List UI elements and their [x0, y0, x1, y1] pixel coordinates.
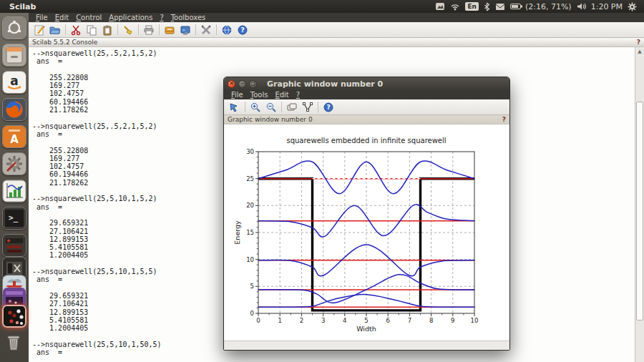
graphic-statusbar [224, 341, 509, 350]
svg-text:?: ? [326, 104, 330, 111]
scilab-menu-applications[interactable]: Applications [105, 13, 156, 22]
toolbar-separator [281, 102, 282, 112]
launcher-item-software-a[interactable]: A [2, 125, 26, 148]
scrollbar-thumb[interactable] [636, 102, 643, 321]
scilab-console-box-icon[interactable]: >_ [177, 23, 193, 37]
console-header-title: Scilab 5.5.2 Console [32, 39, 97, 46]
app-title: Scilab [0, 2, 36, 11]
plot-canvas[interactable]: 012345678910051015202530squarewells embe… [224, 124, 509, 341]
photo-indicator[interactable] [435, 2, 445, 11]
svg-text:?: ? [240, 26, 244, 34]
scilab-toolbar: >_? [29, 22, 644, 38]
graphic-rotate-icon[interactable] [284, 100, 300, 114]
svg-text:0: 0 [250, 310, 254, 317]
console-line: ans = [32, 57, 635, 65]
scilab-file-browser-icon[interactable] [162, 23, 177, 37]
scilab-menu-control[interactable]: Control [72, 13, 105, 22]
graphic-subheader-help-icon[interactable]: ? [502, 116, 506, 123]
running-indicator-icon [2, 190, 3, 195]
console-header: Scilab 5.5.2 Console ? [29, 38, 644, 47]
graphic-menu-tools[interactable]: Tools [247, 90, 272, 99]
toolbar-separator [65, 24, 66, 35]
console-line [32, 66, 635, 74]
svg-text:9: 9 [451, 317, 454, 324]
scilab-launch-editor-icon[interactable] [31, 23, 47, 37]
wifi-indicator[interactable] [450, 2, 460, 11]
console-scrollbar[interactable]: ▲ [635, 47, 644, 362]
launcher-item-dash-home[interactable] [2, 16, 26, 39]
graphic-menu-help[interactable]: ? [293, 90, 303, 99]
scilab-preferences-icon[interactable] [198, 23, 214, 37]
scilab-copy-icon[interactable] [84, 23, 99, 37]
scilab-menu-edit[interactable]: Edit [52, 13, 72, 22]
scilab-menu-toolboxes[interactable]: Toolboxes [167, 13, 210, 22]
battery-indicator-text: (2:16, 71%) [525, 2, 572, 11]
graphic-menu-edit[interactable]: Edit [271, 90, 292, 99]
minimize-icon[interactable]: – [238, 80, 246, 88]
svg-text:7: 7 [408, 317, 411, 324]
toolbar-separator [117, 24, 118, 35]
battery-indicator[interactable]: (2:16, 71%) [510, 2, 572, 11]
launcher-item-amazon[interactable]: a [2, 71, 26, 94]
scilab-menubar: FileEditControlApplications?Toolboxes [29, 13, 644, 22]
launcher-item-firefox[interactable] [2, 98, 26, 121]
launcher-item-scilab[interactable] [2, 180, 26, 202]
graphic-help-icon[interactable]: ? [321, 100, 336, 114]
svg-text:a: a [10, 74, 18, 88]
svg-text:>_: >_ [182, 27, 188, 33]
bluetooth-indicator[interactable] [484, 2, 490, 11]
svg-text:20: 20 [246, 202, 254, 209]
svg-text:Energy: Energy [233, 220, 241, 245]
graphic-datatips-icon[interactable] [300, 100, 316, 114]
launcher-item-system-settings[interactable] [2, 152, 26, 175]
close-icon[interactable]: ✕ [228, 80, 235, 88]
mail-indicator[interactable] [495, 3, 505, 11]
svg-text:A: A [10, 133, 19, 146]
scilab-demos-icon[interactable] [219, 23, 235, 37]
svg-text:squarewells embedded in infini: squarewells embedded in infinite squarew… [286, 137, 446, 145]
scilab-open-file-icon[interactable] [47, 23, 63, 37]
graphic-zoom-in-icon[interactable] [248, 100, 263, 114]
scilab-paste-icon[interactable] [99, 23, 115, 37]
svg-text:5: 5 [364, 317, 368, 324]
keyboard-indicator[interactable]: En [465, 2, 479, 11]
launcher-item-molecules-app[interactable] [2, 305, 26, 328]
svg-text:25: 25 [246, 175, 254, 182]
clock[interactable]: 1:20 PM [591, 2, 623, 11]
unity-launcher: aA>_ [0, 13, 29, 362]
svg-text:10: 10 [471, 317, 479, 324]
graphic-window-titlebar[interactable]: ✕ – ◻ Graphic window number 0 [224, 77, 509, 90]
session-gear-indicator[interactable] [628, 2, 637, 11]
console-line: -->nsquarewell(25,.5,2,1,5,2) [32, 49, 635, 57]
svg-text:1: 1 [278, 317, 281, 324]
svg-text:6: 6 [386, 317, 389, 324]
graphic-subheader: Graphic window number 0 ? [224, 115, 509, 124]
graphic-zoom-out-icon[interactable] [263, 100, 279, 114]
scilab-help-icon[interactable]: ? [235, 23, 250, 37]
svg-text:2: 2 [300, 317, 303, 324]
launcher-item-terminal[interactable]: >_ [2, 207, 26, 230]
launcher-item-files[interactable] [2, 44, 26, 67]
graphic-subheader-title: Graphic window number 0 [228, 116, 313, 123]
launcher-item-trash[interactable] [2, 332, 26, 355]
scilab-menu-help[interactable]: ? [156, 13, 167, 22]
console-help-icon[interactable]: ? [637, 39, 640, 46]
svg-text:4: 4 [343, 317, 346, 324]
scilab-print-icon[interactable] [141, 23, 157, 37]
scrollbar-up-icon[interactable]: ▲ [635, 47, 644, 56]
toolbar-separator [216, 24, 217, 35]
maximize-icon[interactable]: ◻ [249, 80, 257, 88]
scilab-cut-icon[interactable] [68, 23, 84, 37]
svg-text:3: 3 [321, 317, 325, 324]
graphic-menu-file[interactable]: File [228, 90, 247, 99]
graphic-ged-icon[interactable] [227, 100, 243, 114]
sound-indicator[interactable] [577, 2, 586, 11]
svg-text:5: 5 [250, 283, 254, 290]
graphic-menubar: FileToolsEdit? [224, 90, 509, 99]
scilab-menu-file[interactable]: File [32, 13, 52, 22]
toolbar-separator [245, 102, 245, 112]
toolbar-separator [318, 102, 318, 112]
scilab-clear-console-icon[interactable] [120, 23, 136, 37]
launcher-item-media-player[interactable] [2, 234, 26, 257]
graphic-window-title: Graphic window number 0 [267, 79, 383, 89]
